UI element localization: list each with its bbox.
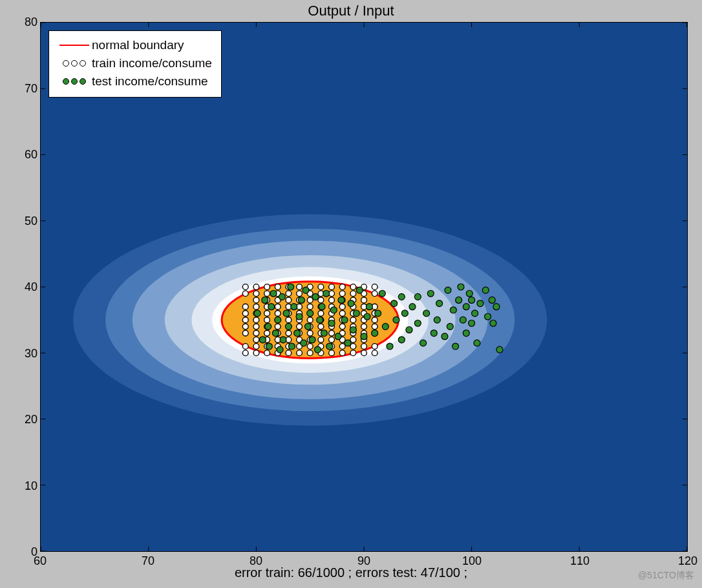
svg-point-36 <box>264 291 270 297</box>
svg-point-216 <box>456 297 462 303</box>
svg-point-209 <box>434 317 440 323</box>
svg-point-125 <box>350 284 356 290</box>
svg-point-174 <box>319 304 325 310</box>
y-tick-label: 40 <box>6 280 37 294</box>
svg-point-11 <box>242 317 248 323</box>
legend-entry-train: train income/consume <box>57 54 212 72</box>
svg-point-18 <box>253 337 259 342</box>
svg-point-150 <box>266 343 272 350</box>
svg-point-183 <box>345 340 351 346</box>
svg-point-23 <box>253 304 259 310</box>
svg-point-44 <box>275 311 281 317</box>
svg-point-231 <box>493 304 500 310</box>
svg-point-203 <box>414 293 421 300</box>
svg-point-127 <box>361 344 367 350</box>
svg-point-215 <box>452 343 459 350</box>
svg-point-213 <box>447 323 453 330</box>
svg-point-190 <box>366 304 372 310</box>
svg-point-16 <box>253 350 259 356</box>
svg-point-92 <box>318 284 324 290</box>
svg-point-115 <box>350 350 356 356</box>
svg-point-130 <box>361 324 367 330</box>
legend-green-circles-icon <box>57 78 92 85</box>
svg-point-149 <box>265 323 271 330</box>
svg-point-159 <box>285 323 292 330</box>
svg-point-148 <box>262 297 268 303</box>
svg-point-153 <box>272 330 279 337</box>
svg-point-60 <box>297 350 303 356</box>
svg-point-8 <box>242 344 248 350</box>
svg-point-120 <box>350 317 356 323</box>
svg-point-202 <box>409 304 416 310</box>
svg-point-170 <box>309 337 315 343</box>
svg-point-104 <box>339 350 345 356</box>
svg-point-167 <box>303 287 309 293</box>
svg-point-196 <box>391 300 398 307</box>
chart-title: Output / Input <box>0 3 702 19</box>
svg-point-175 <box>321 330 327 337</box>
svg-point-88 <box>318 311 324 317</box>
svg-point-13 <box>242 304 248 310</box>
svg-point-86 <box>318 324 324 330</box>
svg-point-90 <box>318 297 324 303</box>
svg-point-185 <box>350 326 356 333</box>
svg-point-37 <box>264 284 270 290</box>
svg-point-197 <box>393 317 399 323</box>
svg-point-152 <box>270 290 277 297</box>
svg-point-179 <box>330 307 337 313</box>
svg-point-178 <box>328 320 335 326</box>
svg-point-224 <box>472 310 478 317</box>
svg-point-176 <box>323 290 330 297</box>
svg-point-171 <box>312 293 319 300</box>
svg-point-201 <box>406 326 412 333</box>
svg-point-180 <box>335 333 341 340</box>
svg-point-20 <box>253 324 259 330</box>
svg-point-30 <box>264 330 270 336</box>
svg-point-194 <box>382 323 388 330</box>
svg-point-166 <box>301 340 307 346</box>
y-tick-label: 10 <box>6 479 37 492</box>
svg-point-24 <box>253 297 259 303</box>
svg-point-199 <box>398 293 405 300</box>
svg-point-126 <box>361 350 367 356</box>
svg-point-207 <box>427 290 434 297</box>
svg-point-76 <box>307 317 313 323</box>
svg-point-9 <box>242 330 248 336</box>
svg-point-204 <box>414 320 421 326</box>
y-tick-label: 80 <box>6 16 37 29</box>
legend-label: test income/consume <box>92 72 208 90</box>
svg-point-168 <box>304 323 311 330</box>
legend-label: train income/consume <box>92 54 212 72</box>
svg-point-15 <box>242 284 248 290</box>
svg-point-52 <box>286 330 292 336</box>
svg-point-14 <box>242 291 248 297</box>
svg-point-42 <box>275 324 281 330</box>
svg-point-145 <box>372 284 378 290</box>
svg-point-211 <box>441 333 448 340</box>
svg-point-193 <box>379 290 385 297</box>
y-tick-label: 0 <box>6 545 37 559</box>
svg-point-101 <box>329 297 335 303</box>
svg-point-96 <box>329 330 335 336</box>
svg-point-219 <box>463 330 469 337</box>
svg-point-138 <box>372 344 378 350</box>
svg-point-161 <box>288 343 295 350</box>
svg-point-158 <box>283 310 290 317</box>
svg-point-172 <box>314 346 321 353</box>
figure: Output / Input 01020304050607080 6070809… <box>0 0 702 588</box>
svg-point-134 <box>361 297 367 303</box>
svg-point-79 <box>307 297 313 303</box>
svg-point-54 <box>286 317 292 323</box>
y-tick-label: 60 <box>6 148 37 162</box>
svg-point-200 <box>401 310 408 317</box>
svg-point-225 <box>474 340 480 346</box>
legend: normal boundary train income/consume tes… <box>48 30 222 98</box>
svg-point-160 <box>288 284 294 290</box>
svg-point-165 <box>298 297 304 303</box>
svg-point-188 <box>361 333 367 340</box>
svg-point-164 <box>296 313 303 320</box>
svg-point-17 <box>253 344 259 350</box>
svg-point-114 <box>339 284 345 290</box>
svg-point-222 <box>469 320 475 326</box>
svg-point-146 <box>254 310 261 317</box>
